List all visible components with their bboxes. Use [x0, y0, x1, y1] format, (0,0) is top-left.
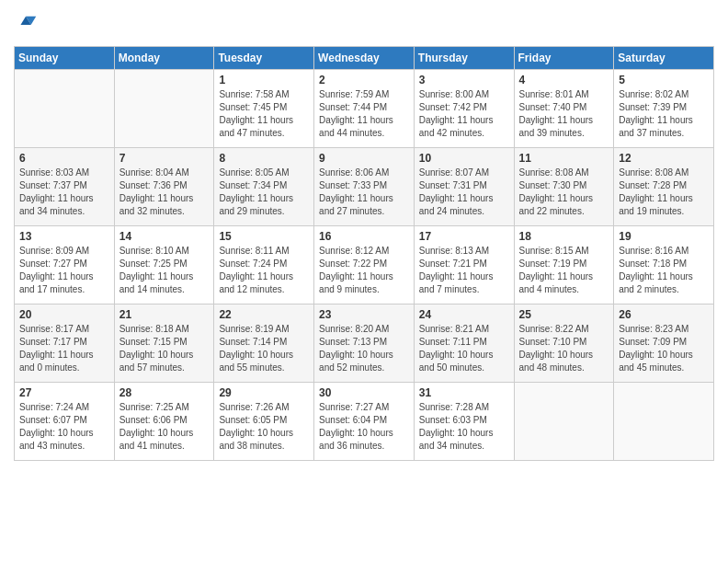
day-number: 18 [519, 230, 609, 243]
day-info: Sunrise: 8:07 AM Sunset: 7:31 PM Dayligh… [419, 167, 509, 218]
calendar-cell: 20Sunrise: 8:17 AM Sunset: 7:17 PM Dayli… [15, 304, 115, 383]
calendar-cell: 10Sunrise: 8:07 AM Sunset: 7:31 PM Dayli… [414, 148, 514, 226]
day-number: 16 [319, 230, 409, 243]
calendar-cell [114, 70, 214, 148]
day-number: 22 [219, 308, 309, 321]
day-info: Sunrise: 8:20 AM Sunset: 7:13 PM Dayligh… [319, 323, 409, 374]
day-info: Sunrise: 8:00 AM Sunset: 7:42 PM Dayligh… [419, 88, 509, 140]
calendar-cell: 18Sunrise: 8:15 AM Sunset: 7:19 PM Dayli… [514, 226, 614, 304]
calendar-cell: 21Sunrise: 8:18 AM Sunset: 7:15 PM Dayli… [114, 304, 214, 383]
calendar-cell: 19Sunrise: 8:16 AM Sunset: 7:18 PM Dayli… [614, 226, 714, 304]
day-number: 15 [219, 230, 309, 243]
day-number: 12 [619, 152, 709, 165]
day-number: 1 [219, 74, 309, 86]
day-info: Sunrise: 8:18 AM Sunset: 7:15 PM Dayligh… [119, 323, 210, 374]
day-info: Sunrise: 8:09 AM Sunset: 7:27 PM Dayligh… [19, 245, 109, 296]
calendar-cell: 1Sunrise: 7:58 AM Sunset: 7:45 PM Daylig… [214, 70, 314, 148]
calendar-cell: 9Sunrise: 8:06 AM Sunset: 7:33 PM Daylig… [314, 148, 415, 226]
day-number: 28 [119, 386, 210, 399]
calendar-week-5: 27Sunrise: 7:24 AM Sunset: 6:07 PM Dayli… [15, 383, 714, 461]
calendar-cell: 26Sunrise: 8:23 AM Sunset: 7:09 PM Dayli… [614, 304, 714, 383]
logo-icon [14, 13, 40, 39]
day-info: Sunrise: 8:12 AM Sunset: 7:22 PM Dayligh… [319, 245, 409, 296]
calendar-cell: 31Sunrise: 7:28 AM Sunset: 6:03 PM Dayli… [414, 383, 514, 461]
calendar-cell [514, 383, 614, 461]
day-number: 4 [519, 74, 609, 86]
day-info: Sunrise: 7:58 AM Sunset: 7:45 PM Dayligh… [219, 88, 309, 140]
day-number: 20 [19, 308, 109, 321]
day-number: 14 [119, 230, 210, 243]
day-info: Sunrise: 7:59 AM Sunset: 7:44 PM Dayligh… [319, 88, 409, 140]
calendar-cell: 30Sunrise: 7:27 AM Sunset: 6:04 PM Dayli… [314, 383, 415, 461]
day-info: Sunrise: 7:25 AM Sunset: 6:06 PM Dayligh… [119, 401, 210, 453]
day-number: 9 [319, 152, 409, 165]
day-number: 30 [319, 386, 409, 399]
day-info: Sunrise: 8:17 AM Sunset: 7:17 PM Dayligh… [19, 323, 109, 374]
day-number: 21 [119, 308, 210, 321]
day-info: Sunrise: 8:15 AM Sunset: 7:19 PM Dayligh… [519, 245, 609, 296]
day-number: 7 [119, 152, 210, 165]
day-number: 3 [419, 74, 509, 86]
day-info: Sunrise: 8:04 AM Sunset: 7:36 PM Dayligh… [119, 167, 210, 218]
day-info: Sunrise: 8:10 AM Sunset: 7:25 PM Dayligh… [119, 245, 210, 296]
day-info: Sunrise: 7:28 AM Sunset: 6:03 PM Dayligh… [419, 401, 509, 453]
calendar-week-3: 13Sunrise: 8:09 AM Sunset: 7:27 PM Dayli… [15, 226, 714, 304]
day-info: Sunrise: 7:26 AM Sunset: 6:05 PM Dayligh… [219, 401, 309, 453]
calendar-cell: 4Sunrise: 8:01 AM Sunset: 7:40 PM Daylig… [514, 70, 614, 148]
calendar-week-1: 1Sunrise: 7:58 AM Sunset: 7:45 PM Daylig… [15, 70, 714, 148]
calendar-table: SundayMondayTuesdayWednesdayThursdayFrid… [14, 46, 714, 461]
day-number: 2 [319, 74, 409, 86]
calendar-cell: 11Sunrise: 8:08 AM Sunset: 7:30 PM Dayli… [514, 148, 614, 226]
weekday-header-thursday: Thursday [414, 47, 514, 70]
calendar-week-4: 20Sunrise: 8:17 AM Sunset: 7:17 PM Dayli… [15, 304, 714, 383]
calendar-cell: 23Sunrise: 8:20 AM Sunset: 7:13 PM Dayli… [314, 304, 415, 383]
day-info: Sunrise: 8:19 AM Sunset: 7:14 PM Dayligh… [219, 323, 309, 374]
calendar-cell: 7Sunrise: 8:04 AM Sunset: 7:36 PM Daylig… [114, 148, 214, 226]
day-info: Sunrise: 8:22 AM Sunset: 7:10 PM Dayligh… [519, 323, 609, 374]
day-info: Sunrise: 8:21 AM Sunset: 7:11 PM Dayligh… [419, 323, 509, 374]
weekday-header-tuesday: Tuesday [214, 47, 314, 70]
calendar-cell: 27Sunrise: 7:24 AM Sunset: 6:07 PM Dayli… [15, 383, 115, 461]
weekday-header-friday: Friday [514, 47, 614, 70]
day-number: 11 [519, 152, 609, 165]
calendar-cell: 2Sunrise: 7:59 AM Sunset: 7:44 PM Daylig… [314, 70, 415, 148]
day-number: 25 [519, 308, 609, 321]
day-number: 27 [19, 386, 109, 399]
calendar-cell: 13Sunrise: 8:09 AM Sunset: 7:27 PM Dayli… [15, 226, 115, 304]
day-number: 19 [619, 230, 709, 243]
calendar-cell: 5Sunrise: 8:02 AM Sunset: 7:39 PM Daylig… [614, 70, 714, 148]
calendar-cell: 8Sunrise: 8:05 AM Sunset: 7:34 PM Daylig… [214, 148, 314, 226]
calendar-cell: 28Sunrise: 7:25 AM Sunset: 6:06 PM Dayli… [114, 383, 214, 461]
calendar-week-2: 6Sunrise: 8:03 AM Sunset: 7:37 PM Daylig… [15, 148, 714, 226]
calendar-cell: 24Sunrise: 8:21 AM Sunset: 7:11 PM Dayli… [414, 304, 514, 383]
weekday-header-monday: Monday [114, 47, 214, 70]
calendar-cell: 6Sunrise: 8:03 AM Sunset: 7:37 PM Daylig… [15, 148, 115, 226]
day-number: 8 [219, 152, 309, 165]
calendar-cell: 3Sunrise: 8:00 AM Sunset: 7:42 PM Daylig… [414, 70, 514, 148]
day-number: 24 [419, 308, 509, 321]
page: SundayMondayTuesdayWednesdayThursdayFrid… [0, 0, 728, 563]
calendar-cell: 29Sunrise: 7:26 AM Sunset: 6:05 PM Dayli… [214, 383, 314, 461]
weekday-header-saturday: Saturday [614, 47, 714, 70]
day-number: 29 [219, 386, 309, 399]
day-info: Sunrise: 8:05 AM Sunset: 7:34 PM Dayligh… [219, 167, 309, 218]
day-number: 31 [419, 386, 509, 399]
day-info: Sunrise: 8:13 AM Sunset: 7:21 PM Dayligh… [419, 245, 509, 296]
day-info: Sunrise: 8:08 AM Sunset: 7:28 PM Dayligh… [619, 167, 709, 218]
day-info: Sunrise: 7:27 AM Sunset: 6:04 PM Dayligh… [319, 401, 409, 453]
logo [14, 9, 43, 39]
weekday-header-row: SundayMondayTuesdayWednesdayThursdayFrid… [15, 47, 714, 70]
calendar-cell [15, 70, 115, 148]
calendar-cell [614, 383, 714, 461]
day-number: 23 [319, 308, 409, 321]
day-number: 26 [619, 308, 709, 321]
calendar-cell: 15Sunrise: 8:11 AM Sunset: 7:24 PM Dayli… [214, 226, 314, 304]
day-info: Sunrise: 8:16 AM Sunset: 7:18 PM Dayligh… [619, 245, 709, 296]
day-info: Sunrise: 8:06 AM Sunset: 7:33 PM Dayligh… [319, 167, 409, 218]
day-number: 17 [419, 230, 509, 243]
day-number: 6 [19, 152, 109, 165]
header [14, 9, 714, 39]
day-info: Sunrise: 8:03 AM Sunset: 7:37 PM Dayligh… [19, 167, 109, 218]
calendar-cell: 14Sunrise: 8:10 AM Sunset: 7:25 PM Dayli… [114, 226, 214, 304]
day-info: Sunrise: 8:02 AM Sunset: 7:39 PM Dayligh… [619, 88, 709, 140]
